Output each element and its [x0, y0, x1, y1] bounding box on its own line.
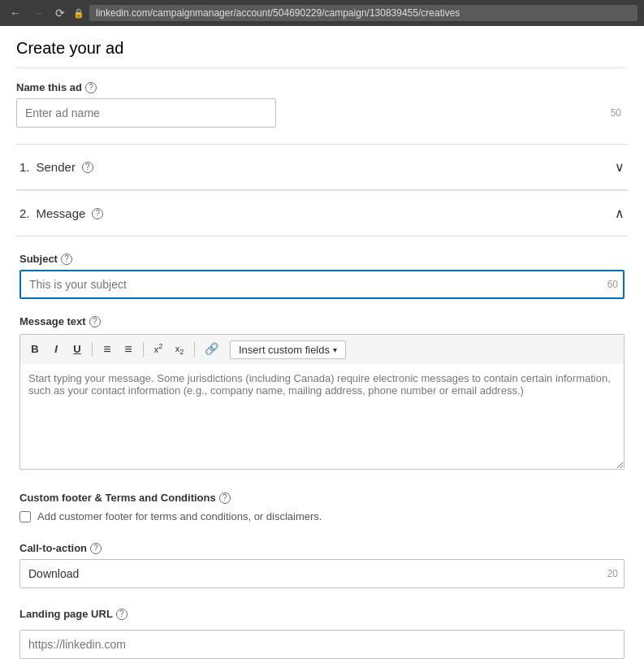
browser-chrome: ← → ⟳ 🔒 linkedin.com/campaignmanager/acc…	[0, 0, 644, 26]
name-ad-char-count: 50	[611, 107, 621, 119]
landing-page-input[interactable]	[19, 630, 625, 659]
custom-footer-checkbox-row: Add customer footer for terms and condit…	[19, 510, 625, 522]
sender-accordion: 1. Sender ? ∨	[16, 144, 628, 190]
landing-page-section: Landing page URL ?	[19, 608, 625, 659]
subject-char-count: 60	[607, 279, 618, 290]
ordered-list-button[interactable]: ≡	[119, 338, 138, 361]
toolbar-separator-1	[92, 342, 93, 357]
sender-title: 1. Sender ?	[19, 160, 93, 174]
message-chevron-icon: ∧	[615, 206, 625, 221]
name-ad-label: Name this ad ?	[16, 81, 628, 93]
lock-icon: 🔒	[73, 8, 84, 19]
cta-section: Call-to-action ? Download 20	[19, 542, 625, 588]
subscript-button[interactable]: x2	[170, 339, 189, 360]
message-text-label: Message text ?	[19, 315, 625, 327]
message-help-icon[interactable]: ?	[92, 208, 103, 219]
cta-label: Call-to-action ?	[19, 542, 625, 554]
custom-footer-checkbox[interactable]	[19, 511, 31, 522]
cta-select[interactable]: Download	[19, 559, 625, 588]
message-textarea[interactable]	[19, 364, 625, 470]
custom-footer-section: Custom footer & Terms and Conditions ? A…	[19, 492, 625, 522]
sender-chevron-icon: ∨	[615, 159, 625, 175]
sender-help-icon[interactable]: ?	[82, 162, 93, 173]
landing-page-label: Landing page URL ?	[19, 608, 625, 620]
unordered-list-button[interactable]: ≡	[97, 338, 117, 361]
name-ad-input-wrapper: 50	[16, 98, 628, 128]
toolbar-separator-3	[194, 342, 195, 357]
insert-custom-fields-button[interactable]: Insert custom fields ▾	[230, 340, 346, 359]
custom-footer-label: Custom footer & Terms and Conditions ?	[19, 492, 625, 504]
subject-input[interactable]	[19, 270, 625, 299]
address-bar[interactable]: linkedin.com/campaignmanager/account/504…	[89, 5, 638, 21]
page-content: Create your ad Name this ad ? 50 1. Send…	[0, 26, 644, 659]
message-content: Subject ? 60 Message text ? B	[16, 236, 628, 659]
cta-help-icon[interactable]: ?	[90, 543, 102, 554]
superscript-button[interactable]: x2	[149, 340, 168, 360]
name-ad-help-icon[interactable]: ?	[85, 82, 97, 93]
forward-button[interactable]: →	[29, 6, 47, 20]
underline-button[interactable]: U	[67, 340, 87, 359]
message-title: 2. Message ?	[19, 206, 103, 220]
link-button[interactable]: 🔗	[200, 339, 223, 360]
reload-button[interactable]: ⟳	[52, 5, 68, 21]
bold-button[interactable]: B	[25, 340, 45, 359]
name-ad-input[interactable]	[16, 98, 276, 128]
back-button[interactable]: ←	[6, 6, 24, 20]
custom-footer-checkbox-label: Add customer footer for terms and condit…	[37, 510, 322, 522]
subject-input-wrapper: 60	[19, 270, 625, 299]
cta-select-wrapper: Download 20	[19, 559, 625, 588]
message-toolbar: B I U ≡ ≡ x2	[19, 334, 625, 364]
message-text-section: Message text ? B I U ≡	[19, 315, 625, 472]
toolbar-separator-2	[143, 342, 144, 357]
message-text-help-icon[interactable]: ?	[89, 316, 101, 327]
message-accordion-header[interactable]: 2. Message ? ∧	[16, 191, 628, 236]
custom-footer-help-icon[interactable]: ?	[219, 492, 231, 504]
subject-label: Subject ?	[19, 253, 625, 265]
italic-button[interactable]: I	[46, 340, 66, 359]
message-accordion: 2. Message ? ∧ Subject ? 60	[16, 190, 628, 659]
page-title: Create your ad	[16, 39, 628, 68]
subject-section: Subject ? 60	[19, 253, 625, 299]
name-ad-section: Name this ad ? 50	[16, 81, 628, 128]
subject-help-icon[interactable]: ?	[61, 254, 72, 265]
landing-page-help-icon[interactable]: ?	[116, 609, 128, 620]
sender-accordion-header[interactable]: 1. Sender ? ∨	[16, 145, 628, 190]
